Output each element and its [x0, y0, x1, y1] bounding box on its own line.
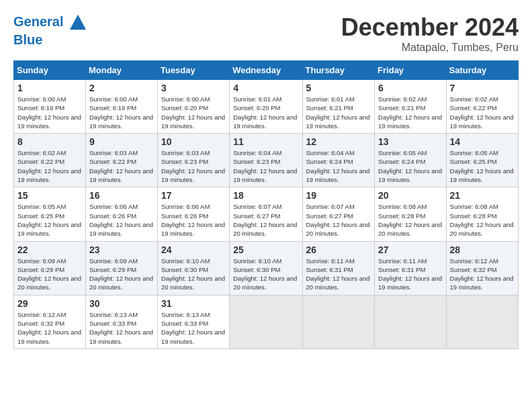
calendar-table: Sunday Monday Tuesday Wednesday Thursday… — [13, 60, 519, 349]
day-number: 21 — [450, 190, 515, 201]
calendar-cell — [446, 295, 518, 349]
day-info: Sunrise: 6:07 AMSunset: 6:27 PMDaylight:… — [306, 203, 370, 237]
logo-text: General — [13, 13, 87, 32]
calendar-cell: 25 Sunrise: 6:10 AMSunset: 6:30 PMDaylig… — [230, 241, 302, 295]
day-info: Sunrise: 6:02 AMSunset: 6:21 PMDaylight:… — [378, 95, 442, 130]
day-info: Sunrise: 6:10 AMSunset: 6:30 PMDaylight:… — [161, 257, 225, 291]
day-info: Sunrise: 6:12 AMSunset: 6:32 PMDaylight:… — [450, 257, 514, 291]
day-info: Sunrise: 6:00 AMSunset: 6:20 PMDaylight:… — [161, 95, 225, 130]
day-number: 6 — [378, 83, 442, 93]
day-info: Sunrise: 6:00 AMSunset: 6:19 PMDaylight:… — [89, 95, 153, 130]
day-info: Sunrise: 6:07 AMSunset: 6:27 PMDaylight:… — [233, 203, 297, 237]
day-number: 8 — [17, 136, 82, 147]
calendar-cell — [230, 295, 302, 349]
day-number: 9 — [89, 136, 154, 147]
day-number: 15 — [17, 190, 82, 201]
calendar-cell: 3 Sunrise: 6:00 AMSunset: 6:20 PMDayligh… — [157, 80, 229, 134]
calendar-cell: 18 Sunrise: 6:07 AMSunset: 6:27 PMDaylig… — [230, 187, 302, 241]
day-info: Sunrise: 6:02 AMSunset: 6:22 PMDaylight:… — [17, 149, 81, 183]
calendar-cell: 14 Sunrise: 6:05 AMSunset: 6:25 PMDaylig… — [446, 134, 518, 187]
calendar-cell: 8 Sunrise: 6:02 AMSunset: 6:22 PMDayligh… — [14, 134, 86, 187]
day-info: Sunrise: 6:09 AMSunset: 6:29 PMDaylight:… — [89, 257, 153, 291]
day-info: Sunrise: 6:04 AMSunset: 6:23 PMDaylight:… — [233, 149, 297, 183]
day-number: 10 — [161, 136, 226, 147]
calendar-week-row: 29 Sunrise: 6:12 AMSunset: 6:32 PMDaylig… — [14, 295, 519, 349]
calendar-cell: 19 Sunrise: 6:07 AMSunset: 6:27 PMDaylig… — [302, 187, 375, 241]
calendar-cell: 23 Sunrise: 6:09 AMSunset: 6:29 PMDaylig… — [85, 241, 157, 295]
weekday-header-row: Sunday Monday Tuesday Wednesday Thursday… — [14, 61, 519, 80]
day-number: 25 — [233, 244, 298, 255]
day-number: 31 — [161, 298, 226, 309]
calendar-week-row: 8 Sunrise: 6:02 AMSunset: 6:22 PMDayligh… — [14, 134, 519, 187]
day-number: 17 — [161, 190, 226, 201]
day-info: Sunrise: 6:02 AMSunset: 6:22 PMDaylight:… — [450, 95, 514, 130]
day-number: 19 — [306, 190, 371, 201]
day-number: 13 — [378, 136, 442, 147]
calendar-week-row: 22 Sunrise: 6:09 AMSunset: 6:29 PMDaylig… — [14, 241, 519, 295]
day-number: 22 — [17, 244, 82, 255]
day-info: Sunrise: 6:09 AMSunset: 6:29 PMDaylight:… — [17, 257, 81, 291]
day-info: Sunrise: 6:11 AMSunset: 6:31 PMDaylight:… — [378, 257, 442, 291]
calendar-cell — [375, 295, 446, 349]
calendar-cell: 2 Sunrise: 6:00 AMSunset: 6:19 PMDayligh… — [85, 80, 157, 134]
day-number: 27 — [378, 244, 442, 255]
calendar-cell: 7 Sunrise: 6:02 AMSunset: 6:22 PMDayligh… — [446, 80, 518, 134]
day-info: Sunrise: 6:05 AMSunset: 6:25 PMDaylight:… — [450, 149, 514, 183]
day-info: Sunrise: 6:01 AMSunset: 6:21 PMDaylight:… — [306, 95, 370, 130]
calendar-cell: 5 Sunrise: 6:01 AMSunset: 6:21 PMDayligh… — [302, 80, 375, 134]
day-number: 16 — [89, 190, 154, 201]
calendar-cell: 29 Sunrise: 6:12 AMSunset: 6:32 PMDaylig… — [14, 295, 86, 349]
header-saturday: Saturday — [446, 61, 518, 80]
day-info: Sunrise: 6:10 AMSunset: 6:30 PMDaylight:… — [233, 257, 297, 291]
header-tuesday: Tuesday — [157, 61, 229, 80]
day-info: Sunrise: 6:08 AMSunset: 6:28 PMDaylight:… — [378, 203, 442, 237]
calendar-cell — [302, 295, 375, 349]
calendar-cell: 17 Sunrise: 6:06 AMSunset: 6:26 PMDaylig… — [157, 187, 229, 241]
header-thursday: Thursday — [302, 61, 375, 80]
header-wednesday: Wednesday — [230, 61, 302, 80]
calendar-cell: 24 Sunrise: 6:10 AMSunset: 6:30 PMDaylig… — [157, 241, 229, 295]
day-info: Sunrise: 6:06 AMSunset: 6:26 PMDaylight:… — [89, 203, 153, 237]
logo-text-blue: Blue — [13, 32, 87, 47]
day-number: 29 — [17, 298, 82, 309]
day-number: 4 — [233, 83, 298, 93]
day-number: 23 — [89, 244, 154, 255]
svg-marker-0 — [70, 15, 86, 30]
calendar-cell: 12 Sunrise: 6:04 AMSunset: 6:24 PMDaylig… — [302, 134, 375, 187]
day-number: 12 — [306, 136, 371, 147]
title-block: December 2024 Matapalo, Tumbes, Peru — [341, 13, 519, 54]
day-info: Sunrise: 6:11 AMSunset: 6:31 PMDaylight:… — [306, 257, 370, 291]
month-title: December 2024 — [341, 13, 519, 42]
day-info: Sunrise: 6:00 AMSunset: 6:19 PMDaylight:… — [17, 95, 81, 130]
logo: General Blue — [13, 13, 87, 47]
day-number: 24 — [161, 244, 226, 255]
calendar-cell: 21 Sunrise: 6:08 AMSunset: 6:28 PMDaylig… — [446, 187, 518, 241]
calendar-cell: 27 Sunrise: 6:11 AMSunset: 6:31 PMDaylig… — [375, 241, 446, 295]
page-header: General Blue December 2024 Matapalo, Tum… — [13, 13, 519, 54]
calendar-cell: 30 Sunrise: 6:13 AMSunset: 6:33 PMDaylig… — [85, 295, 157, 349]
calendar-cell: 16 Sunrise: 6:06 AMSunset: 6:26 PMDaylig… — [85, 187, 157, 241]
calendar-cell: 6 Sunrise: 6:02 AMSunset: 6:21 PMDayligh… — [375, 80, 446, 134]
calendar-cell: 1 Sunrise: 6:00 AMSunset: 6:19 PMDayligh… — [14, 80, 86, 134]
day-number: 5 — [306, 83, 371, 93]
day-info: Sunrise: 6:06 AMSunset: 6:26 PMDaylight:… — [161, 203, 225, 237]
day-number: 7 — [450, 83, 515, 93]
day-info: Sunrise: 6:04 AMSunset: 6:24 PMDaylight:… — [306, 149, 370, 183]
day-info: Sunrise: 6:05 AMSunset: 6:24 PMDaylight:… — [378, 149, 442, 183]
header-monday: Monday — [85, 61, 157, 80]
day-number: 20 — [378, 190, 442, 201]
calendar-cell: 28 Sunrise: 6:12 AMSunset: 6:32 PMDaylig… — [446, 241, 518, 295]
calendar-week-row: 1 Sunrise: 6:00 AMSunset: 6:19 PMDayligh… — [14, 80, 519, 134]
calendar-week-row: 15 Sunrise: 6:05 AMSunset: 6:25 PMDaylig… — [14, 187, 519, 241]
header-friday: Friday — [375, 61, 446, 80]
calendar-cell: 22 Sunrise: 6:09 AMSunset: 6:29 PMDaylig… — [14, 241, 86, 295]
day-number: 11 — [233, 136, 298, 147]
day-number: 28 — [450, 244, 515, 255]
day-info: Sunrise: 6:13 AMSunset: 6:33 PMDaylight:… — [161, 311, 225, 345]
calendar-cell: 26 Sunrise: 6:11 AMSunset: 6:31 PMDaylig… — [302, 241, 375, 295]
calendar-cell: 13 Sunrise: 6:05 AMSunset: 6:24 PMDaylig… — [375, 134, 446, 187]
calendar-cell: 31 Sunrise: 6:13 AMSunset: 6:33 PMDaylig… — [157, 295, 229, 349]
day-info: Sunrise: 6:03 AMSunset: 6:23 PMDaylight:… — [161, 149, 225, 183]
day-info: Sunrise: 6:08 AMSunset: 6:28 PMDaylight:… — [450, 203, 514, 237]
calendar-cell: 20 Sunrise: 6:08 AMSunset: 6:28 PMDaylig… — [375, 187, 446, 241]
